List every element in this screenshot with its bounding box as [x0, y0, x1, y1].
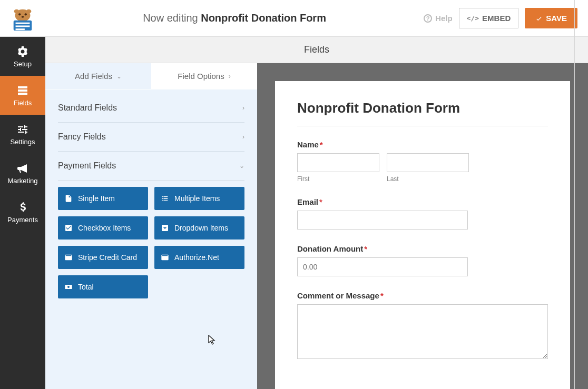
- fields-panel: Add Fields ⌄ Field Options › Standard Fi…: [45, 63, 257, 389]
- field-comment: Comment or Message*: [297, 291, 548, 361]
- group-payment-label: Payment Fields: [58, 161, 116, 171]
- amount-label: Donation Amount*: [297, 244, 548, 253]
- field-single-item-label: Single Item: [78, 194, 115, 203]
- svg-point-2: [15, 9, 31, 21]
- group-fancy-head[interactable]: Fancy Fields ›: [58, 123, 244, 151]
- chevron-down-icon: ⌄: [116, 73, 122, 80]
- comment-textarea[interactable]: [297, 304, 548, 359]
- code-icon: </>: [467, 14, 479, 22]
- group-fancy-label: Fancy Fields: [58, 132, 106, 142]
- wpforms-logo-icon: [7, 5, 38, 32]
- chevron-right-icon: ›: [242, 104, 244, 112]
- field-stripe[interactable]: Stripe Credit Card: [58, 246, 148, 269]
- nav-fields[interactable]: Fields: [0, 76, 45, 115]
- email-label: Email*: [297, 197, 548, 206]
- tab-options-label: Field Options: [178, 72, 224, 81]
- preview-area: Nonprofit Donation Form Name* First Last: [257, 63, 588, 389]
- name-label: Name*: [297, 140, 548, 149]
- field-authorize-label: Authorize.Net: [174, 253, 219, 262]
- field-amount: Donation Amount*: [297, 244, 548, 276]
- side-nav: Setup Fields Settings Marketing Payments: [0, 37, 45, 389]
- embed-label: EMBED: [482, 14, 511, 23]
- field-email: Email*: [297, 197, 548, 230]
- email-label-text: Email: [297, 197, 318, 206]
- chevron-down-icon: ⌄: [239, 162, 244, 169]
- nav-payments-label: Payments: [7, 216, 38, 224]
- app-logo: [0, 5, 45, 32]
- svg-rect-11: [18, 89, 27, 92]
- svg-point-5: [22, 16, 24, 17]
- group-standard-head[interactable]: Standard Fields ›: [58, 94, 244, 122]
- svg-point-4: [25, 13, 27, 15]
- group-fancy: Fancy Fields ›: [58, 123, 244, 152]
- payment-fields-grid: Single Item Multiple Items Checkbox Item…: [58, 181, 244, 309]
- page-title: Now editing Nonprofit Donation Form: [45, 12, 424, 24]
- amount-label-text: Donation Amount: [297, 244, 363, 253]
- comment-label-text: Comment or Message: [297, 291, 379, 300]
- required-marker: *: [319, 197, 322, 206]
- nav-setup[interactable]: Setup: [0, 37, 45, 76]
- field-multiple-items[interactable]: Multiple Items: [154, 187, 244, 210]
- tab-add-fields[interactable]: Add Fields ⌄: [45, 63, 151, 89]
- nav-marketing[interactable]: Marketing: [0, 154, 45, 193]
- tab-field-options[interactable]: Field Options ›: [151, 63, 257, 89]
- svg-rect-10: [18, 86, 27, 88]
- group-payment-head[interactable]: Payment Fields ⌄: [58, 152, 244, 181]
- checkbox-icon: [64, 224, 73, 232]
- top-bar: Now editing Nonprofit Donation Form ? He…: [0, 0, 588, 37]
- group-standard-label: Standard Fields: [58, 103, 117, 113]
- field-dropdown-items-label: Dropdown Items: [174, 224, 228, 232]
- list-icon: [161, 194, 169, 203]
- field-total-label: Total: [78, 283, 94, 291]
- last-name-input[interactable]: [387, 153, 469, 172]
- svg-rect-12: [18, 93, 27, 95]
- field-authorize[interactable]: Authorize.Net: [154, 246, 244, 269]
- sliders-icon: [16, 123, 29, 136]
- required-marker: *: [364, 244, 367, 253]
- main-area: Fields Add Fields ⌄ Field Options › Stan…: [45, 37, 588, 389]
- field-single-item[interactable]: Single Item: [58, 187, 148, 210]
- gear-icon: [16, 45, 29, 58]
- field-total[interactable]: Total: [58, 275, 148, 298]
- last-sublabel: Last: [387, 175, 469, 183]
- amount-input[interactable]: [297, 257, 468, 276]
- svg-rect-7: [16, 22, 30, 24]
- card-icon: [64, 253, 73, 262]
- nav-settings[interactable]: Settings: [0, 115, 45, 154]
- workspace: Add Fields ⌄ Field Options › Standard Fi…: [45, 63, 588, 389]
- tab-add-label: Add Fields: [75, 72, 112, 81]
- panel-body: Standard Fields › Fancy Fields › Payment…: [45, 89, 257, 389]
- group-payment: Payment Fields ⌄ Single Item Multiple It…: [58, 152, 244, 309]
- form-name: Nonprofit Donation Form: [201, 12, 326, 24]
- nav-fields-label: Fields: [14, 99, 32, 107]
- svg-rect-9: [16, 28, 25, 30]
- help-link[interactable]: ? Help: [424, 14, 453, 23]
- first-name-input[interactable]: [297, 153, 379, 172]
- svg-point-3: [18, 13, 21, 15]
- field-stripe-label: Stripe Credit Card: [78, 253, 137, 262]
- top-actions: ? Help </> EMBED SAVE: [424, 8, 577, 28]
- panel-tabs: Add Fields ⌄ Field Options ›: [45, 63, 257, 89]
- field-dropdown-items[interactable]: Dropdown Items: [154, 216, 244, 240]
- help-icon: ?: [424, 14, 432, 23]
- group-standard: Standard Fields ›: [58, 94, 244, 123]
- section-header: Fields: [45, 37, 588, 63]
- embed-button[interactable]: </> EMBED: [459, 8, 519, 28]
- svg-rect-8: [16, 25, 30, 27]
- comment-label: Comment or Message*: [297, 291, 548, 300]
- editing-prefix: Now editing: [143, 12, 201, 24]
- nav-payments[interactable]: Payments: [0, 193, 45, 232]
- name-row: First Last: [297, 153, 548, 183]
- email-input[interactable]: [297, 211, 468, 230]
- save-button[interactable]: SAVE: [525, 8, 577, 28]
- field-checkbox-items-label: Checkbox Items: [78, 224, 131, 232]
- card-icon: [161, 253, 169, 262]
- field-checkbox-items[interactable]: Checkbox Items: [58, 216, 148, 240]
- chevron-right-icon: ›: [242, 133, 244, 141]
- field-name: Name* First Last: [297, 140, 548, 183]
- field-multiple-items-label: Multiple Items: [174, 194, 220, 203]
- nav-setup-label: Setup: [14, 60, 32, 68]
- help-label: Help: [435, 14, 453, 23]
- dollar-icon: [16, 201, 29, 214]
- form-preview: Nonprofit Donation Form Name* First Last: [275, 81, 570, 389]
